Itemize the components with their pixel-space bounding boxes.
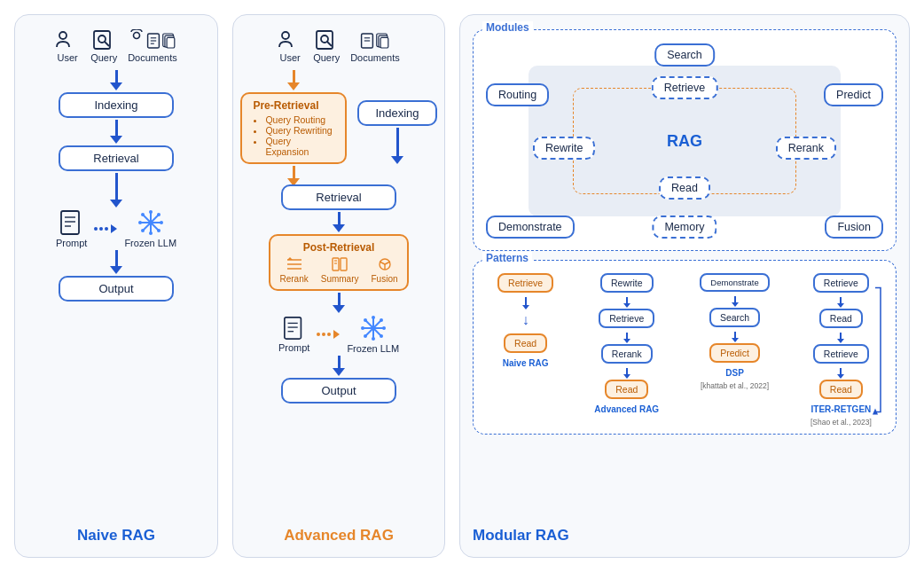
mod-demonstrate: Demonstrate (486, 215, 575, 239)
pattern-advanced: Rewrite Retrieve Rerank Read Advanced RA… (594, 273, 659, 414)
mod-rewrite: Rewrite (533, 137, 595, 160)
adv-arrow-idx (391, 128, 403, 164)
adv-panel-title: Advanced RAG (284, 518, 394, 545)
pat-dsp-predict: Predict (709, 343, 760, 363)
pre-item-3: Query Expansion (265, 136, 334, 157)
pat-iter-sub: [Shao et al., 2023] (810, 418, 872, 427)
svg-point-23 (160, 221, 163, 224)
adv-frozen-label: Frozen LLM (347, 343, 399, 354)
pat-naive-retrieve: Retrieve (497, 273, 553, 293)
adv-arrow-pre (287, 70, 300, 90)
post-retrieval-box: Post-Retrieval Rerank (269, 234, 408, 291)
pre-item-2: Query Rewriting (265, 125, 334, 136)
pat-iter-arrow2 (840, 333, 842, 340)
adv-frozen-item: Frozen LLM (347, 315, 399, 354)
naive-output-label: Output (98, 282, 133, 295)
pat-adv-rerank: Rerank (601, 344, 653, 364)
main-container: User Query (0, 0, 924, 572)
pattern-dsp: Demonstrate Search Predict DSP [khattab … (700, 273, 769, 390)
adv-output-box: Output (281, 378, 396, 404)
pat-naive-title: Naive RAG (503, 358, 549, 368)
pat-adv-title: Advanced RAG (594, 404, 659, 414)
adv-dots-arrow (317, 330, 340, 339)
pre-retrieval-box: Pre-Retrieval Query Routing Query Rewrit… (240, 92, 347, 164)
svg-rect-43 (341, 258, 347, 270)
naive-indexing-box: Indexing (59, 92, 174, 118)
svg-rect-50 (284, 317, 301, 339)
adv-output-label: Output (321, 384, 356, 397)
pattern-naive: Retrieve ↓ Read Naive RAG (497, 273, 553, 368)
arrow-2 (110, 120, 122, 144)
adv-indexing-label: Indexing (375, 106, 419, 120)
modules-label: Modules (482, 21, 533, 34)
svg-point-4 (133, 33, 139, 39)
pat-dsp-arrow2 (734, 332, 736, 339)
svg-rect-42 (333, 258, 339, 270)
post-rerank: Rerank (279, 256, 308, 284)
adv-docs-item: Documents (350, 31, 400, 63)
pat-iter-retrieve2: Retrieve (813, 344, 869, 364)
pat-dsp-sub: [khattab et al., 2022] (701, 381, 769, 390)
mod-read: Read (659, 176, 710, 200)
naive-frozen-label: Frozen LLM (124, 238, 176, 248)
pat-naive-arrow1 (525, 297, 527, 306)
pat-dsp-title: DSP (725, 368, 744, 378)
pat-adv-arrow1 (626, 297, 628, 304)
pat-adv-arrow3 (626, 368, 628, 375)
advanced-rag-panel: User Query (232, 14, 445, 558)
svg-point-24 (141, 213, 145, 216)
arrow-1 (110, 70, 122, 90)
user-label: User (58, 52, 78, 63)
pat-adv-retrieve: Retrieve (599, 309, 654, 328)
mod-search: Search (654, 43, 715, 67)
pat-iter-read1: Read (819, 309, 863, 328)
adv-query-label: Query (313, 52, 340, 63)
patterns-label: Patterns (482, 252, 532, 264)
adv-user-item: User (278, 29, 302, 63)
patterns-section: Patterns Retrieve ↓ Read Naive RAG Rewri… (473, 260, 897, 435)
post-summary: Summary (321, 256, 359, 284)
adv-prompt-row: Prompt (278, 315, 399, 354)
svg-line-31 (327, 42, 332, 46)
svg-point-63 (380, 334, 383, 338)
pat-dsp-search: Search (709, 308, 760, 327)
query-icon-item: Query (90, 29, 117, 63)
pat-iter-arrow3 (840, 368, 842, 375)
adv-user-label: User (280, 52, 301, 63)
adv-docs-label: Documents (350, 52, 400, 63)
mod-rerank: Rerank (776, 137, 836, 160)
svg-point-26 (157, 213, 161, 216)
rag-center-label: RAG (667, 132, 702, 151)
svg-point-62 (364, 318, 367, 322)
naive-prompt-row: Prompt (56, 209, 176, 248)
post-summary-label: Summary (321, 274, 359, 284)
dots-arrow (94, 224, 117, 233)
naive-rag-panel: User Query (14, 14, 218, 558)
naive-output-box: Output (59, 276, 174, 302)
documents-icon-item: Documents (128, 29, 177, 63)
svg-point-27 (141, 229, 145, 232)
svg-point-59 (372, 337, 375, 341)
mod-fusion: Fusion (825, 215, 883, 239)
naive-retrieval-box: Retrieval (59, 145, 174, 171)
modular-rag-panel: Modules Search Routing Predict (459, 14, 910, 558)
svg-rect-29 (317, 31, 333, 49)
pat-dsp-arrow1 (734, 296, 736, 303)
pat-iter-title: ITER-RETGEN (811, 404, 872, 414)
arrow-3 (110, 173, 122, 208)
query-label: Query (90, 52, 117, 63)
adv-arrow-4 (333, 293, 345, 313)
pre-item-1: Query Routing (265, 114, 334, 125)
arrow-4 (110, 250, 122, 274)
svg-point-22 (138, 221, 142, 224)
mod-predict: Predict (824, 83, 883, 106)
post-row: Rerank Summary (279, 256, 397, 284)
pat-dsp-demonstrate: Demonstrate (700, 273, 769, 292)
svg-point-30 (321, 35, 328, 43)
user-icon-item: User (55, 29, 80, 63)
patterns-inner: Retrieve ↓ Read Naive RAG Rewrite Retrie… (481, 270, 889, 427)
adv-arrow-3 (333, 212, 345, 232)
pat-adv-arrow2 (626, 333, 628, 340)
svg-rect-1 (94, 31, 110, 49)
adv-retrieval-label: Retrieval (316, 191, 361, 204)
